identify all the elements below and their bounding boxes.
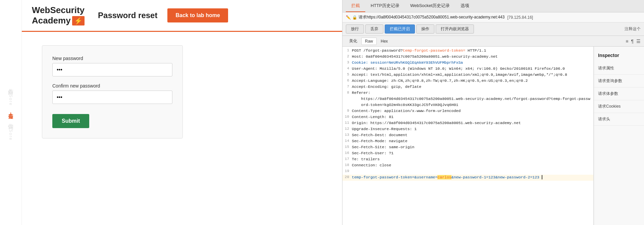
tab-websocket-history[interactable]: WebSocket历史记录 — [405, 0, 455, 12]
code-line-18: 18 Connection: close — [342, 163, 593, 169]
code-line-9: 9 Content-Type: application/x-www-form-u… — [342, 108, 593, 114]
format-icons: ≡ ¶ ☰ — [626, 39, 641, 44]
btn-intercept-on[interactable]: 拦截已开启 — [385, 24, 415, 34]
code-line-14: 14 Sec-Fetch-Mode: navigate — [342, 138, 593, 145]
burp-panel: 拦截 HTTP历史记录 WebSocket历史记录 选项 ✏️ 🔒 请求http… — [342, 0, 644, 225]
deco-dash: — — [8, 113, 13, 118]
form-card: New password Confirm new password Submit — [42, 45, 183, 138]
fmt-tab-pretty[interactable]: 美化 — [346, 37, 361, 45]
logo-academy-text: Academy — [32, 15, 71, 26]
btn-note[interactable]: 注释这个 — [625, 26, 641, 32]
code-line-20: 20 temp-forgot-password-token=&username=… — [342, 175, 593, 181]
code-line-5: 5 Accept: text/html,application/xhtml+xm… — [342, 72, 593, 78]
code-line-13: 13 Sec-Fetch-Dest: document — [342, 132, 593, 138]
logo: Web Security Academy ⚡ — [32, 5, 85, 26]
logo-web: Web — [32, 5, 50, 15]
code-line-11: 11 Origin: https://0a8f004d03454317c0075… — [342, 120, 593, 126]
tab-intercept[interactable]: 拦截 — [346, 0, 365, 12]
edit-icon: ✏️ — [346, 15, 351, 20]
btn-forward[interactable]: 放行 — [346, 24, 364, 34]
menu-icon[interactable]: ☰ — [636, 39, 641, 44]
btn-action[interactable]: 操作 — [416, 24, 434, 34]
code-line-6: 6 Accept-Language: zh-CN,zh;q=0.8,zh-TW;… — [342, 78, 593, 84]
inspector-request-query-params[interactable]: 请求查询参数 — [594, 75, 644, 88]
page-title: Password reset — [98, 11, 157, 20]
code-line-12: 12 Upgrade-Insecure-Requests: 1 — [342, 126, 593, 132]
code-line-15: 15 Sec-Fetch-Site: same-origin — [342, 145, 593, 151]
deco-text-1: 作曲 — [8, 85, 14, 86]
inspector-request-body-params[interactable]: 请求体参数 — [594, 88, 644, 100]
inspector-request-attributes[interactable]: 请求属性 — [594, 62, 644, 75]
burp-url-bar: ✏️ 🔒 请求https://0a8f004d03454317c0075a520… — [342, 12, 644, 22]
code-line-10: 10 Content-Length: 81 — [342, 114, 593, 120]
code-line-4: 4 User-Agent: Mozilla/5.0 (Windows NT 10… — [342, 66, 593, 72]
code-line-16: 16 Sec-Fetch-User: ?1 — [342, 151, 593, 157]
code-line-17: 17 Te: trailers — [342, 157, 593, 163]
confirm-password-input[interactable] — [52, 91, 172, 104]
burp-toolbar: 放行 丢弃 拦截已开启 操作 打开内嵌浏览器 注释这个 — [342, 22, 644, 36]
deco-text-5: ：JSore — [8, 122, 13, 140]
burp-url-text: 请求https://0a8f004d03454317c0075a5200a800… — [359, 14, 504, 20]
new-password-group: New password — [52, 56, 172, 76]
inspector-panel: Inspector 请求属性 请求查询参数 请求体参数 请求Cookies 请求… — [594, 47, 644, 225]
back-to-lab-button[interactable]: Back to lab home — [167, 8, 228, 22]
burp-editor: 1 POST /forgot-password?temp-forgot-pass… — [342, 47, 594, 225]
deco-text-2: ：JSore — [8, 87, 13, 106]
code-line-19: 19 — [342, 169, 593, 175]
fmt-tab-hex[interactable]: Hex — [377, 38, 391, 45]
inspector-title: Inspector — [594, 50, 644, 62]
tab-http-history[interactable]: HTTP历史记录 — [365, 0, 405, 12]
burp-ip-text: [79.125.84.16] — [507, 15, 533, 20]
new-password-input[interactable] — [52, 63, 172, 76]
confirm-password-group: Confirm new password — [52, 83, 172, 104]
main-area: Web Security Academy ⚡ Password reset Ba… — [22, 0, 342, 225]
deco-text-4: 作词 — [8, 119, 14, 121]
btn-drop[interactable]: 丢弃 — [365, 24, 383, 34]
fmt-tab-raw[interactable]: Raw — [361, 38, 377, 45]
logo-bolt: ⚡ — [72, 16, 85, 25]
inspector-request-cookies[interactable]: 请求Cookies — [594, 100, 644, 113]
deco-text-3: 人生苦短 — [8, 109, 13, 111]
form-section: New password Confirm new password Submit — [22, 32, 342, 225]
new-password-label: New password — [52, 56, 172, 61]
burp-tabs: 拦截 HTTP历史记录 WebSocket历史记录 选项 — [342, 0, 644, 12]
logo-academy: Academy ⚡ — [32, 15, 85, 26]
code-line-2: 2 Host: 0a8f004d03454317c0075a5200a80051… — [342, 54, 593, 60]
burp-content: 1 POST /forgot-password?temp-forgot-pass… — [342, 47, 644, 225]
ln-icon[interactable]: ¶ — [631, 39, 634, 44]
btn-open-browser[interactable]: 打开内嵌浏览器 — [436, 24, 474, 34]
burp-format-tabs: 美化 Raw Hex ≡ ¶ ☰ — [342, 36, 644, 47]
lock-icon: 🔒 — [352, 15, 357, 20]
code-line-8a: 8 Referer: — [342, 90, 593, 96]
confirm-password-label: Confirm new password — [52, 83, 172, 89]
tab-options[interactable]: 选项 — [455, 0, 475, 12]
inspector-request-headers[interactable]: 请求头 — [594, 113, 644, 126]
code-line-7: 7 Accept-Encoding: gzip, deflate — [342, 84, 593, 90]
code-line-1: 1 POST /forgot-password?temp-forgot-pass… — [342, 48, 593, 54]
logo-security: Security — [50, 5, 85, 15]
header: Web Security Academy ⚡ Password reset Ba… — [22, 0, 342, 32]
left-decoration: 作曲 ：JSore 人生苦短 — 作词 ：JSore — [0, 0, 22, 225]
submit-button[interactable]: Submit — [52, 114, 89, 128]
code-line-8c: ord-token=kgO2m4kc8sKK33gcJC5fvXK0QJvq6H… — [342, 102, 593, 108]
code-line-8b: https://0a8f004d03454317c0075a5200a80051… — [342, 96, 593, 102]
wrap-icon[interactable]: ≡ — [626, 39, 628, 44]
code-line-3: 3 Cookie: session=NeURvhKGQlEqAkmY93EhVU… — [342, 60, 593, 66]
